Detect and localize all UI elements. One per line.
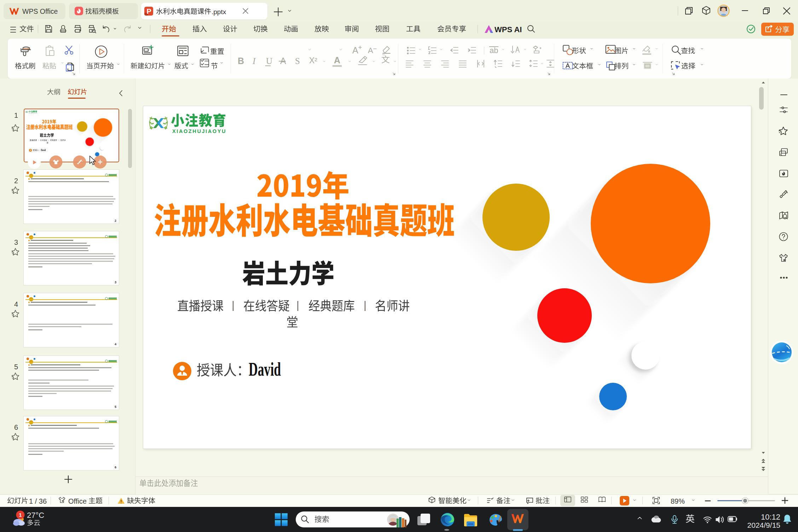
- svg-text:1: 1: [19, 512, 22, 518]
